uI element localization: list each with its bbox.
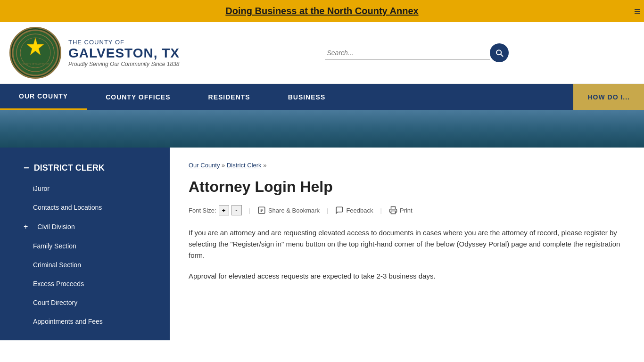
banner-link[interactable]: Doing Business at the North County Annex <box>225 6 418 16</box>
sidebar-item-ijuror[interactable]: iJuror <box>0 179 170 198</box>
breadcrumb: Our County » District Clerk » <box>189 162 625 169</box>
county-name-label: GALVESTON, TX <box>68 46 180 61</box>
print-button[interactable]: Print <box>389 206 413 214</box>
nav-business[interactable]: BUSINESS <box>269 84 345 110</box>
share-bookmark-button[interactable]: Share & Bookmark <box>257 206 320 214</box>
logo-area: COUNTY OF GALVESTON THE COUNTY OF GALVES… <box>9 27 180 79</box>
hero-image <box>0 110 644 148</box>
county-title: THE COUNTY OF GALVESTON, TX Proudly Serv… <box>68 39 180 67</box>
print-label: Print <box>400 207 413 214</box>
expand-icon: + <box>24 222 28 231</box>
main-layout: − DISTRICT CLERK iJuror Contacts and Loc… <box>0 148 644 340</box>
body-paragraph-1: If you are an attorney and are requestin… <box>189 227 625 261</box>
header: COUNTY OF GALVESTON THE COUNTY OF GALVES… <box>0 22 644 84</box>
nav-county-offices[interactable]: COUNTY OFFICES <box>87 84 189 110</box>
svg-text:COUNTY OF GALVESTON: COUNTY OF GALVESTON <box>22 63 50 65</box>
county-tagline: Proudly Serving Our Community Since 1838 <box>68 61 180 67</box>
sidebar-item-family[interactable]: Family Section <box>0 237 170 255</box>
svg-point-0 <box>13 30 58 75</box>
nav-how-do-i[interactable]: HOW DO I... <box>573 84 644 110</box>
search-area <box>180 47 635 59</box>
search-input[interactable] <box>325 47 490 59</box>
page-title: Attorney Login Help <box>189 178 625 196</box>
font-decrease-button[interactable]: - <box>231 205 242 215</box>
font-increase-button[interactable]: + <box>219 205 229 215</box>
scroll-indicator <box>635 9 640 14</box>
county-of-label: THE COUNTY OF <box>68 39 180 46</box>
toolbar-separator-3: | <box>380 207 382 214</box>
share-label: Share & Bookmark <box>268 207 320 214</box>
toolbar-separator-2: | <box>327 207 328 214</box>
sidebar-section-title[interactable]: − DISTRICT CLERK <box>0 157 170 179</box>
body-paragraph-2: Approval for elevated access requests ar… <box>189 271 625 282</box>
font-size-label: Font Size: <box>189 207 216 214</box>
search-wrap <box>325 47 490 59</box>
collapse-icon: − <box>24 163 29 173</box>
breadcrumb-our-county[interactable]: Our County <box>189 162 220 169</box>
feedback-label: Feedback <box>346 207 373 214</box>
sidebar: − DISTRICT CLERK iJuror Contacts and Loc… <box>0 148 170 340</box>
sidebar-item-criminal[interactable]: Criminal Section <box>0 255 170 274</box>
search-button[interactable] <box>490 43 509 62</box>
sidebar-item-excess[interactable]: Excess Proceeds <box>0 274 170 293</box>
svg-rect-9 <box>391 211 395 214</box>
nav-residents[interactable]: RESIDENTS <box>190 84 269 110</box>
sidebar-section-label: DISTRICT CLERK <box>34 163 105 173</box>
feedback-button[interactable]: Feedback <box>335 206 373 214</box>
font-size-control: Font Size: + - <box>189 205 242 215</box>
content-toolbar: Font Size: + - | Share & Bookmark | F <box>189 205 625 215</box>
main-content: Our County » District Clerk » Attorney L… <box>170 148 644 340</box>
nav-our-county[interactable]: OUR COUNTY <box>0 84 87 110</box>
main-nav: OUR COUNTY COUNTY OFFICES RESIDENTS BUSI… <box>0 84 644 110</box>
sidebar-item-civil[interactable]: + Civil Division <box>0 217 170 237</box>
sidebar-item-appointments[interactable]: Appointments and Fees <box>0 312 170 331</box>
county-seal: COUNTY OF GALVESTON <box>9 27 61 79</box>
top-banner: Doing Business at the North County Annex <box>0 0 644 22</box>
toolbar-separator-1: | <box>249 207 250 214</box>
breadcrumb-district-clerk[interactable]: District Clerk <box>227 162 262 169</box>
sidebar-item-court-directory[interactable]: Court Directory <box>0 293 170 312</box>
sidebar-item-contacts[interactable]: Contacts and Locations <box>0 198 170 217</box>
